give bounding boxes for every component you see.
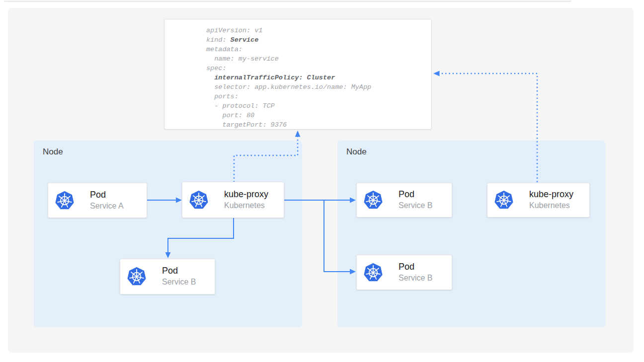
card-subtitle: Service B: [399, 273, 432, 284]
yaml-line: internalTrafficPolicy: Cluster: [206, 73, 371, 82]
node-label: Node: [43, 147, 63, 157]
node-box-right: Node: [337, 141, 605, 327]
node-label: Node: [346, 147, 367, 157]
yaml-line: spec:: [206, 64, 371, 73]
kubernetes-icon: [364, 263, 383, 282]
pod-card-service-b-right-bottom: Pod Service B: [356, 255, 452, 290]
pod-card-service-b-left: Pod Service B: [120, 259, 215, 294]
pod-card-service-b-right-top: Pod Service B: [356, 183, 452, 217]
kubernetes-icon: [364, 191, 383, 210]
card-subtitle: Service A: [90, 201, 124, 212]
kubernetes-icon: [189, 191, 208, 210]
yaml-line: targetPort: 9376: [206, 120, 371, 130]
card-title: kube-proxy: [529, 189, 573, 200]
kube-proxy-card-left: kube-proxy Kubernetes: [182, 182, 284, 218]
card-title: Pod: [162, 265, 196, 277]
card-title: kube-proxy: [224, 189, 268, 200]
card-title: Pod: [399, 261, 432, 273]
card-title: Pod: [399, 189, 432, 200]
yaml-line: kind: Service: [206, 35, 371, 45]
card-subtitle: Service B: [162, 277, 196, 288]
yaml-line: - protocol: TCP: [206, 101, 371, 111]
yaml-line: selector: app.kubernetes.io/name: MyApp: [206, 82, 371, 92]
card-subtitle: Kubernetes: [224, 200, 268, 211]
kubernetes-internal-traffic-policy-diagram: { "page": { "background": "#ffffff", "ca…: [0, 0, 644, 362]
yaml-line: apiVersion: v1: [206, 26, 371, 35]
kubernetes-icon: [494, 191, 513, 210]
node-box-left: Node: [34, 141, 302, 327]
yaml-line: metadata:: [206, 45, 371, 54]
kubernetes-icon: [127, 267, 146, 286]
service-yaml-card: apiVersion: v1kind: Servicemetadata: nam…: [164, 19, 432, 130]
yaml-line: name: my-service: [206, 54, 371, 64]
yaml-line: ports:: [206, 92, 371, 101]
kube-proxy-card-right: kube-proxy Kubernetes: [487, 183, 590, 217]
pod-card-service-a: Pod Service A: [48, 183, 147, 218]
card-subtitle: Service B: [399, 200, 432, 211]
yaml-code-block: apiVersion: v1kind: Servicemetadata: nam…: [206, 26, 371, 130]
top-divider-line: [4, 0, 571, 2]
kubernetes-icon: [55, 191, 74, 210]
card-title: Pod: [90, 189, 124, 201]
card-subtitle: Kubernetes: [529, 200, 573, 211]
yaml-line: port: 80: [206, 111, 371, 120]
